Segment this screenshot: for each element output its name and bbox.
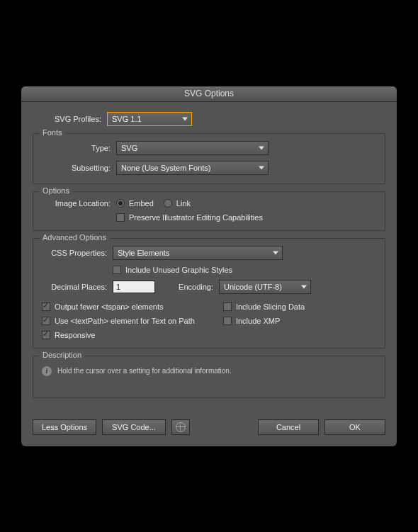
link-radio[interactable]: Link — [164, 199, 191, 208]
css-properties-select[interactable]: Style Elements — [113, 246, 283, 260]
button-row: Less Options SVG Code... Cancel OK — [33, 419, 385, 435]
dialog-content: SVG Profiles: SVG 1.1 Fonts Type: SVG Su… — [21, 102, 397, 446]
options-legend: Options — [39, 186, 73, 195]
titlebar: SVG Options — [21, 86, 397, 102]
globe-icon — [176, 422, 186, 432]
image-location-label: Image Location: — [42, 199, 116, 208]
encoding-label: Encoding: — [155, 283, 219, 291]
svg-profiles-label: SVG Profiles: — [47, 115, 107, 123]
font-type-label: Type: — [42, 144, 116, 152]
preview-web-button[interactable] — [171, 419, 190, 435]
preserve-editing-checkbox[interactable]: Preserve Illustrator Editing Capabilitie… — [116, 213, 263, 222]
ok-button[interactable]: OK — [324, 419, 385, 435]
advanced-fieldset: Advanced Options CSS Properties: Style E… — [33, 238, 385, 349]
description-legend: Description — [39, 351, 85, 359]
decimal-places-input[interactable] — [113, 281, 155, 293]
fonts-legend: Fonts — [39, 128, 66, 137]
info-icon: i — [42, 366, 52, 376]
subsetting-label: Subsetting: — [42, 164, 116, 172]
embed-radio[interactable]: Embed — [116, 199, 154, 208]
include-unused-checkbox[interactable]: Include Unused Graphic Styles — [113, 266, 232, 274]
window-title: SVG Options — [184, 89, 234, 98]
description-text: Hold the cursor over a setting for addit… — [57, 367, 232, 375]
font-type-select[interactable]: SVG — [116, 141, 269, 155]
subsetting-select[interactable]: None (Use System Fonts) — [116, 161, 269, 175]
cancel-button[interactable]: Cancel — [258, 419, 319, 435]
description-fieldset: Description i Hold the cursor over a set… — [33, 356, 385, 398]
advanced-legend: Advanced Options — [39, 233, 110, 242]
svg-profiles-select[interactable]: SVG 1.1 — [107, 112, 192, 126]
less-options-button[interactable]: Less Options — [33, 419, 96, 435]
responsive-checkbox[interactable]: Responsive — [42, 331, 195, 339]
options-fieldset: Options Image Location: Embed Link Prese… — [33, 191, 385, 231]
svg-options-dialog: SVG Options SVG Profiles: SVG 1.1 Fonts … — [21, 86, 397, 446]
slicing-checkbox[interactable]: Include Slicing Data — [223, 302, 305, 311]
fonts-fieldset: Fonts Type: SVG Subsetting: None (Use Sy… — [33, 133, 385, 184]
svg-code-button[interactable]: SVG Code... — [102, 419, 166, 435]
encoding-select[interactable]: Unicode (UTF-8) — [219, 280, 311, 294]
decimal-places-label: Decimal Places: — [42, 283, 113, 291]
output-tspan-checkbox[interactable]: Output fewer <tspan> elements — [42, 302, 195, 311]
xmp-checkbox[interactable]: Include XMP — [223, 317, 305, 325]
css-properties-label: CSS Properties: — [42, 249, 113, 257]
textpath-checkbox[interactable]: Use <textPath> element for Text on Path — [42, 317, 195, 325]
